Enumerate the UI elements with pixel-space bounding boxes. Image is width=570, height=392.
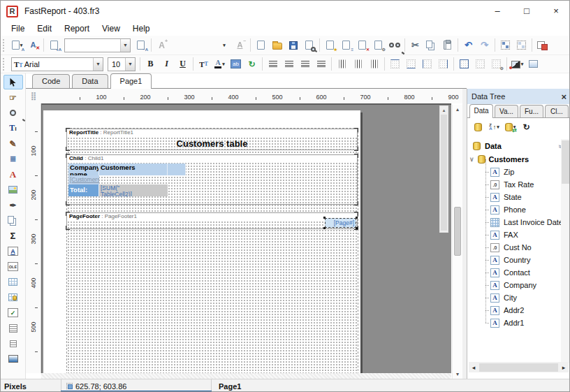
tree-vertical-scrollbar[interactable] [561, 139, 570, 363]
tree-field-state[interactable]: AState [467, 191, 570, 203]
italic-icon[interactable]: I [159, 57, 174, 71]
dropdown-caret-icon[interactable]: ▼ [93, 58, 103, 71]
fill-color-icon[interactable]: ▾ [510, 57, 525, 71]
table-cell[interactable]: Company name [68, 164, 99, 175]
scroll-left-icon[interactable]: ◂ [469, 364, 478, 371]
background-icon[interactable] [526, 57, 541, 71]
valign-center-icon[interactable] [351, 57, 365, 71]
format-painter-tool-icon[interactable]: ✎ [3, 136, 23, 151]
scroll-down-icon[interactable]: ▾ [453, 371, 462, 377]
font-size-combo[interactable]: 10▼ [108, 57, 136, 71]
frame-left-icon[interactable] [420, 57, 434, 71]
menu-item-report[interactable]: Report [58, 22, 96, 35]
new-report-icon[interactable] [254, 38, 268, 52]
combo-list-object-icon[interactable] [3, 321, 23, 335]
data-tree-tab-fu[interactable]: Fu... [520, 105, 543, 117]
tree-field-country[interactable]: ACountry [467, 254, 570, 266]
refresh-icon[interactable]: ↻ [519, 120, 534, 135]
remove-style-icon[interactable]: −A [133, 38, 148, 52]
cross-tab-object-icon[interactable] [3, 275, 23, 289]
cut-icon[interactable]: ✂ [408, 38, 423, 52]
picture-object-icon[interactable] [3, 182, 23, 197]
valign-top-icon[interactable] [335, 57, 349, 71]
menu-item-help[interactable]: Help [126, 22, 156, 35]
sort-fields-icon[interactable]: ZA↑▾ [487, 120, 502, 135]
font-color-icon[interactable]: A▾ [212, 57, 227, 71]
band-tool-icon[interactable]: ≣ [3, 152, 23, 166]
workspace-vertical-scrollbar[interactable]: ▴ ▾ [452, 105, 462, 379]
tree-dataset-customers[interactable]: ∨Customers [467, 152, 570, 166]
grid-settings-icon[interactable]: ⣿ [26, 89, 41, 103]
gradient-object-icon[interactable] [3, 351, 23, 366]
tree-field-addr1[interactable]: AAddr1 [467, 317, 570, 329]
data-tree-tab-va[interactable]: Va... [495, 105, 518, 117]
minimize-button[interactable]: – [483, 1, 512, 20]
new-dialog-icon[interactable]: ≡ [339, 38, 353, 52]
page-number-memo[interactable]: [Page#] [325, 218, 356, 228]
frame-bottom-icon[interactable] [404, 57, 418, 71]
report-table-object[interactable]: Company name Customers [Customers. Co To… [68, 164, 186, 196]
close-panel-icon[interactable]: × [561, 92, 567, 101]
dropdown-caret-icon[interactable]: ▾ [521, 61, 524, 67]
insert-field-mode-icon[interactable]: ⇄▾ [503, 120, 518, 135]
scrollbar-thumb[interactable] [562, 140, 569, 184]
style-selector-icon[interactable]: A▾ [10, 38, 24, 52]
rotate-text-icon[interactable]: ↻ [244, 57, 259, 71]
maximize-button[interactable]: □ [512, 1, 541, 20]
tab-code[interactable]: Code [32, 74, 70, 88]
chevron-down-icon[interactable]: ∨ [469, 156, 474, 163]
tree-field-zip[interactable]: AZip [467, 166, 570, 178]
tree-field-city[interactable]: ACity [467, 291, 570, 304]
tree-field-addr2[interactable]: AAddr2 [467, 304, 570, 317]
workspace-horizontal-scrollbar[interactable] [41, 373, 451, 379]
frame-all-icon[interactable] [457, 57, 472, 71]
tab-page1[interactable]: Page1 [110, 73, 152, 89]
tree-horizontal-scrollbar[interactable]: ◂ ▸ [469, 362, 569, 372]
valign-bottom-icon[interactable] [367, 57, 381, 71]
scroll-up-icon[interactable]: ▴ [453, 106, 462, 112]
close-button[interactable]: × [541, 1, 570, 20]
scrollbar-thumb[interactable] [441, 115, 447, 231]
table-cell-total[interactable]: Total: [68, 184, 99, 196]
tree-field-tax-rate[interactable]: .0Tax Rate [467, 178, 570, 191]
data-tree-tab-cl[interactable]: Cl... [545, 105, 569, 117]
frame-none-icon[interactable] [473, 57, 488, 71]
tree-field-fax[interactable]: AFAX [467, 228, 570, 241]
dropdown-caret-icon[interactable]: ▼ [120, 39, 130, 52]
checkbox-object-icon[interactable]: ✓ [3, 305, 23, 320]
scrollbar-thumb[interactable] [454, 207, 461, 256]
dropdown-caret-icon[interactable]: ▾ [497, 124, 499, 130]
frame-top-icon[interactable] [388, 57, 402, 71]
font-settings-icon[interactable]: TT [196, 57, 211, 71]
add-style-icon[interactable]: +A [47, 38, 61, 52]
table-cell[interactable] [168, 164, 186, 175]
report-page[interactable]: ReportTitle : ReportTitle1 Customers tab… [43, 110, 360, 373]
tree-root-data[interactable]: Data» [467, 139, 570, 152]
align-center-icon[interactable] [282, 57, 296, 71]
report-title-band[interactable]: ReportTitle : ReportTitle1 Customers tab… [66, 129, 358, 150]
find-icon[interactable] [387, 38, 402, 52]
tab-data[interactable]: Data [72, 74, 108, 88]
hand-tool-icon[interactable]: ☞ [3, 90, 23, 105]
dropdown-caret-icon[interactable]: ▼ [125, 58, 135, 71]
font-name-combo[interactable]: TTArial▼ [11, 57, 103, 71]
ungroup-icon[interactable] [514, 38, 529, 52]
open-report-icon[interactable] [270, 38, 284, 52]
undo-icon[interactable]: ↶ [461, 38, 476, 52]
copy-icon[interactable] [424, 38, 439, 52]
draw-object-icon[interactable]: ✒ [3, 198, 23, 212]
text-object-icon[interactable]: A [3, 167, 23, 182]
toolbar-drag-handle[interactable] [3, 39, 6, 52]
datasets-icon[interactable] [471, 120, 485, 135]
bold-icon[interactable]: B [143, 57, 158, 71]
subreport-object-icon[interactable] [3, 213, 23, 228]
tree-field-contact[interactable]: AContact [467, 266, 570, 279]
child-band[interactable]: Child : Child1 Company name Customers [C… [66, 154, 358, 205]
system-text-object-icon[interactable]: Σ [3, 228, 23, 243]
align-right-icon[interactable] [298, 57, 312, 71]
list-object-icon[interactable] [3, 336, 23, 351]
align-justify-icon[interactable] [314, 57, 328, 71]
menu-item-edit[interactable]: Edit [31, 22, 58, 35]
ole-object-icon[interactable]: OLE [3, 259, 23, 274]
menu-item-view[interactable]: View [96, 22, 126, 35]
